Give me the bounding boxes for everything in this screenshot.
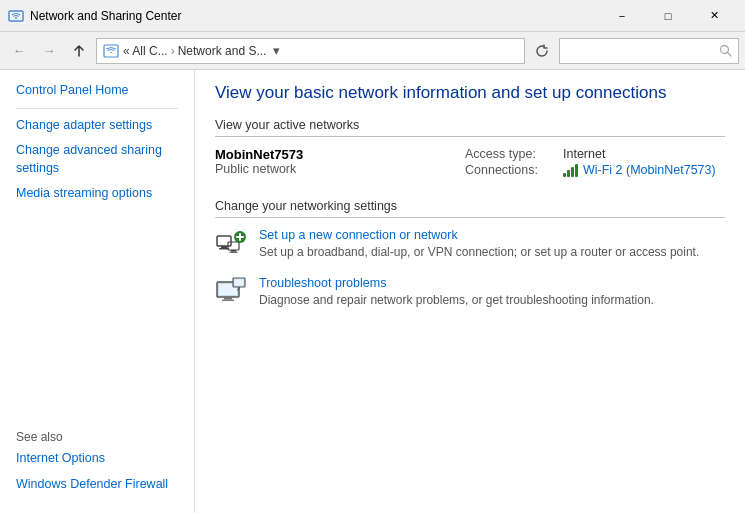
network-info: MobinNet7573 Public network — [215, 147, 465, 176]
titlebar: Network and Sharing Center − □ ✕ — [0, 0, 745, 32]
svg-line-5 — [728, 53, 732, 57]
active-networks-panel: MobinNet7573 Public network Access type:… — [215, 147, 725, 179]
svg-rect-17 — [224, 297, 232, 300]
search-field[interactable] — [559, 38, 739, 64]
breadcrumb-sep: › — [171, 44, 175, 58]
svg-rect-18 — [222, 300, 234, 302]
new-connection-text: Set up a new connection or network Set u… — [259, 228, 699, 259]
connections-value: Wi-Fi 2 (MobinNet7573) — [563, 163, 716, 177]
wifi-signal-icon — [563, 163, 578, 177]
minimize-button[interactable]: − — [599, 0, 645, 32]
refresh-icon — [535, 44, 549, 58]
change-settings-header: Change your networking settings — [215, 199, 725, 218]
svg-rect-10 — [231, 250, 236, 252]
address-dropdown-button[interactable]: ▾ — [266, 38, 286, 64]
access-type-value: Internet — [563, 147, 605, 161]
troubleshoot-svg-icon — [215, 276, 247, 308]
titlebar-icon — [8, 8, 24, 24]
svg-point-1 — [15, 17, 17, 19]
access-type-label: Access type: — [465, 147, 555, 161]
back-button[interactable]: ← — [6, 38, 32, 64]
network-access: Access type: Internet Connections: Wi-Fi — [465, 147, 725, 179]
up-icon — [72, 44, 86, 58]
sidebar-change-advanced-sharing[interactable]: Change advanced sharing settings — [16, 142, 178, 177]
main-layout: Control Panel Home Change adapter settin… — [0, 70, 745, 513]
addressbar: ← → « All C... › Network and S... ▾ — [0, 32, 745, 70]
active-networks-header: View your active networks — [215, 118, 725, 137]
new-connection-icon — [215, 228, 247, 260]
sidebar-windows-defender[interactable]: Windows Defender Firewall — [16, 476, 178, 494]
sidebar-change-adapter[interactable]: Change adapter settings — [16, 117, 178, 135]
troubleshoot-desc: Diagnose and repair network problems, or… — [259, 293, 654, 307]
sidebar-nav: Control Panel Home Change adapter settin… — [0, 82, 194, 211]
sidebar-see-also: See also Internet Options Windows Defend… — [0, 430, 194, 501]
access-type-row: Access type: Internet — [465, 147, 605, 161]
svg-rect-2 — [104, 45, 118, 57]
page-title: View your basic network information and … — [215, 82, 725, 104]
titlebar-title: Network and Sharing Center — [30, 9, 599, 23]
close-button[interactable]: ✕ — [691, 0, 737, 32]
troubleshoot-item: Troubleshoot problems Diagnose and repai… — [215, 276, 725, 308]
connections-row: Connections: Wi-Fi 2 (MobinNet7573) — [465, 163, 716, 177]
new-connection-svg-icon — [215, 228, 247, 260]
address-icon — [103, 43, 119, 59]
svg-rect-7 — [221, 246, 227, 248]
svg-rect-11 — [230, 252, 238, 253]
troubleshoot-icon — [215, 276, 247, 308]
forward-button[interactable]: → — [36, 38, 62, 64]
sidebar-divider — [16, 108, 178, 109]
svg-point-3 — [110, 51, 112, 53]
troubleshoot-link[interactable]: Troubleshoot problems — [259, 276, 654, 290]
breadcrumb-current: Network and S... — [178, 44, 267, 58]
breadcrumb-allc: « All C... — [123, 44, 168, 58]
new-connection-link[interactable]: Set up a new connection or network — [259, 228, 699, 242]
sidebar-media-streaming[interactable]: Media streaming options — [16, 185, 178, 203]
address-field[interactable]: « All C... › Network and S... ▾ — [96, 38, 525, 64]
maximize-button[interactable]: □ — [645, 0, 691, 32]
new-connection-item: Set up a new connection or network Set u… — [215, 228, 725, 260]
network-name: MobinNet7573 — [215, 147, 465, 162]
settings-section: Set up a new connection or network Set u… — [215, 228, 725, 308]
troubleshoot-text: Troubleshoot problems Diagnose and repai… — [259, 276, 654, 307]
connection-link[interactable]: Wi-Fi 2 (MobinNet7573) — [583, 163, 716, 177]
connections-label: Connections: — [465, 163, 555, 177]
network-type: Public network — [215, 162, 465, 176]
refresh-button[interactable] — [529, 38, 555, 64]
sidebar: Control Panel Home Change adapter settin… — [0, 70, 195, 513]
sidebar-internet-options[interactable]: Internet Options — [16, 450, 178, 468]
up-button[interactable] — [66, 38, 92, 64]
svg-rect-20 — [235, 280, 244, 286]
sidebar-control-panel-home[interactable]: Control Panel Home — [16, 82, 178, 100]
search-icon — [719, 44, 732, 57]
titlebar-controls: − □ ✕ — [599, 0, 737, 32]
see-also-label: See also — [16, 430, 178, 444]
svg-rect-6 — [217, 236, 231, 246]
content-area: View your basic network information and … — [195, 70, 745, 513]
new-connection-desc: Set up a broadband, dial-up, or VPN conn… — [259, 245, 699, 259]
